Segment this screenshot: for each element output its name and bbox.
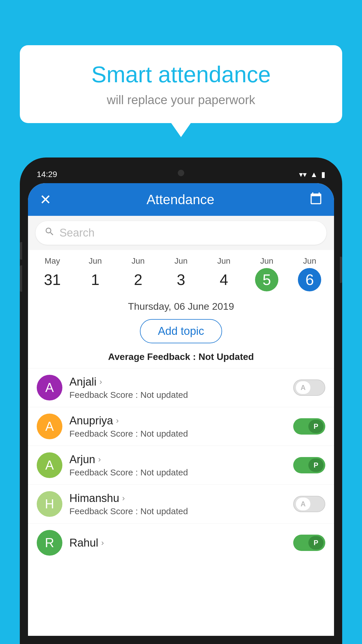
- student-info-himanshu: Himanshu › Feedback Score : Not updated: [69, 492, 286, 516]
- phone-notch: [164, 166, 198, 180]
- attendance-toggle-rahul[interactable]: P: [293, 535, 325, 551]
- student-list: A Anjali › Feedback Score : Not updated …: [28, 368, 334, 562]
- avg-feedback-value: Not Updated: [198, 351, 254, 362]
- search-bar[interactable]: Search: [36, 221, 326, 245]
- date-item-jun6[interactable]: Jun 6: [288, 256, 331, 291]
- student-info-rahul: Rahul ›: [69, 537, 286, 549]
- date-item-may31[interactable]: May 31: [31, 256, 74, 291]
- attendance-toggle-anupriya[interactable]: P: [293, 418, 325, 435]
- student-item-anupriya[interactable]: A Anupriya › Feedback Score : Not update…: [28, 407, 334, 446]
- phone-screen: ✕ Attendance Search May: [28, 183, 334, 636]
- avg-feedback: Average Feedback : Not Updated: [28, 349, 334, 368]
- toggle-knob: P: [308, 459, 324, 472]
- chevron-icon: ›: [116, 416, 119, 425]
- attendance-toggle-anjali[interactable]: A: [293, 379, 325, 396]
- date-month: Jun: [245, 256, 288, 266]
- battery-icon: ▮: [321, 170, 325, 179]
- search-container: Search: [28, 216, 334, 250]
- date-month: Jun: [159, 256, 202, 266]
- date-number: 2: [126, 268, 150, 291]
- avatar-anupriya: A: [37, 414, 62, 439]
- chevron-icon: ›: [98, 455, 101, 464]
- student-name-anupriya: Anupriya ›: [69, 414, 286, 427]
- date-number: 3: [169, 268, 193, 291]
- student-info-anupriya: Anupriya › Feedback Score : Not updated: [69, 414, 286, 439]
- date-number-selected: 6: [298, 268, 321, 291]
- bubble-title: Smart attendance: [37, 61, 325, 88]
- student-item-anjali[interactable]: A Anjali › Feedback Score : Not updated …: [28, 368, 334, 407]
- calendar-icon[interactable]: [310, 192, 322, 207]
- date-strip: May 31 Jun 1 Jun 2 Jun 3 Jun 4 Jun 5: [28, 250, 334, 294]
- student-feedback-arjun: Feedback Score : Not updated: [69, 468, 286, 477]
- student-item-rahul[interactable]: R Rahul › P: [28, 523, 334, 562]
- toggle-knob: P: [308, 536, 324, 550]
- student-info-arjun: Arjun › Feedback Score : Not updated: [69, 453, 286, 477]
- student-item-himanshu[interactable]: H Himanshu › Feedback Score : Not update…: [28, 484, 334, 523]
- toggle-present[interactable]: P: [293, 535, 325, 551]
- speech-bubble-container: Smart attendance will replace your paper…: [20, 45, 342, 123]
- app-header: ✕ Attendance: [28, 183, 334, 216]
- student-feedback-himanshu: Feedback Score : Not updated: [69, 506, 286, 516]
- toggle-knob: A: [296, 497, 311, 511]
- volume-up-button: [20, 242, 22, 260]
- avatar-anjali: A: [37, 375, 62, 400]
- attendance-toggle-arjun[interactable]: P: [293, 457, 325, 473]
- close-button[interactable]: ✕: [40, 191, 51, 208]
- avatar-arjun: A: [37, 452, 62, 478]
- selected-date-label: Thursday, 06 June 2019: [28, 294, 334, 316]
- student-name-anjali: Anjali ›: [69, 376, 286, 388]
- student-feedback-anjali: Feedback Score : Not updated: [69, 390, 286, 400]
- toggle-absent[interactable]: A: [293, 496, 325, 512]
- chevron-icon: ›: [99, 377, 102, 386]
- front-camera: [178, 170, 184, 176]
- date-month: Jun: [74, 256, 117, 266]
- wifi-icon: ▾▾: [299, 170, 307, 179]
- date-month: Jun: [288, 256, 331, 266]
- student-name-arjun: Arjun ›: [69, 453, 286, 466]
- avg-feedback-label: Average Feedback :: [108, 351, 196, 362]
- avatar-rahul: R: [37, 530, 62, 556]
- search-input[interactable]: Search: [59, 227, 94, 239]
- add-topic-container: Add topic: [28, 316, 334, 349]
- bubble-subtitle: will replace your paperwork: [37, 93, 325, 107]
- add-topic-button[interactable]: Add topic: [140, 319, 222, 343]
- student-feedback-anupriya: Feedback Score : Not updated: [69, 429, 286, 439]
- student-info-anjali: Anjali › Feedback Score : Not updated: [69, 376, 286, 400]
- date-item-jun1[interactable]: Jun 1: [74, 256, 117, 291]
- toggle-present[interactable]: P: [293, 457, 325, 473]
- signal-icon: ▲: [310, 170, 318, 179]
- toggle-knob: P: [308, 420, 324, 433]
- date-number: 31: [41, 268, 64, 291]
- student-item-arjun[interactable]: A Arjun › Feedback Score : Not updated P: [28, 446, 334, 484]
- date-month: Jun: [117, 256, 159, 266]
- power-button: [340, 257, 342, 283]
- status-time: 14:29: [37, 170, 57, 179]
- attendance-toggle-himanshu[interactable]: A: [293, 496, 325, 512]
- status-icons: ▾▾ ▲ ▮: [299, 170, 325, 179]
- app-title: Attendance: [147, 192, 215, 207]
- date-month: Jun: [203, 256, 245, 266]
- date-item-jun4[interactable]: Jun 4: [203, 256, 245, 291]
- chevron-icon: ›: [101, 538, 104, 547]
- date-item-jun3[interactable]: Jun 3: [159, 256, 202, 291]
- chevron-icon: ›: [122, 494, 125, 503]
- student-name-himanshu: Himanshu ›: [69, 492, 286, 505]
- date-item-jun5[interactable]: Jun 5: [245, 256, 288, 291]
- phone-frame: 14:29 ▾▾ ▲ ▮ ✕ Attendance: [20, 158, 342, 644]
- toggle-absent[interactable]: A: [293, 379, 325, 396]
- date-month: May: [31, 256, 74, 266]
- date-item-jun2[interactable]: Jun 2: [117, 256, 159, 291]
- avatar-himanshu: H: [37, 491, 62, 517]
- speech-bubble: Smart attendance will replace your paper…: [20, 45, 342, 123]
- toggle-knob: A: [296, 381, 311, 394]
- date-number-today: 5: [255, 268, 278, 291]
- date-number: 1: [84, 268, 107, 291]
- student-name-rahul: Rahul ›: [69, 537, 286, 549]
- date-number: 4: [212, 268, 236, 291]
- toggle-present[interactable]: P: [293, 418, 325, 435]
- volume-down-button: [20, 265, 22, 292]
- search-icon: [44, 226, 55, 239]
